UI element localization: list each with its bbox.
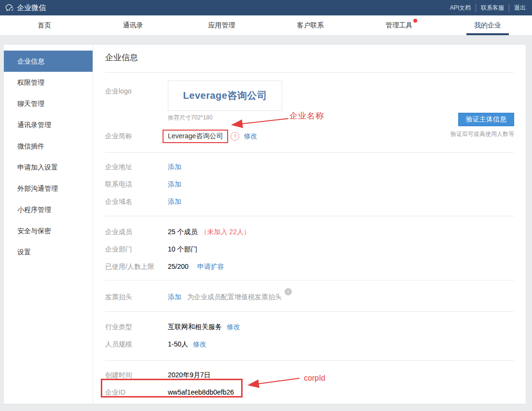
invoice-label: 发票抬头 (105, 288, 168, 305)
sidebar-item-contacts-management[interactable]: 通讯录管理 (4, 114, 93, 135)
departments-row: 企业部门 10 个部门 (105, 240, 514, 258)
created-value: 2020年9月7日 (168, 366, 211, 384)
sidebar-item-permissions[interactable]: 权限管理 (4, 72, 93, 93)
sidebar-item-miniprogram[interactable]: 小程序管理 (4, 199, 93, 220)
divider (105, 216, 514, 216)
request-expansion-link[interactable]: 申请扩容 (197, 258, 224, 275)
logo-size-hint: 推荐尺寸702*180 (168, 114, 282, 122)
sidebar: 企业信息 权限管理 聊天管理 通讯录管理 微信插件 申请加入设置 外部沟通管理 … (4, 45, 93, 404)
company-shortname-value: Leverage咨询公司 (163, 130, 228, 143)
company-domain-label: 企业域名 (105, 193, 168, 210)
content: 企业信息 权限管理 聊天管理 通讯录管理 微信插件 申请加入设置 外部沟通管理 … (4, 45, 526, 404)
departments-label: 企业部门 (105, 240, 168, 258)
tab-contacts[interactable]: 通讯录 (89, 15, 177, 35)
page-title: 企业信息 (105, 53, 514, 63)
company-logo[interactable]: Leverage咨询公司 (168, 80, 282, 111)
tab-customer-contact[interactable]: 客户联系 (266, 15, 355, 35)
scale-row: 人员规模 1-50人 修改 (105, 335, 514, 353)
company-logo-label: 企业logo (105, 80, 168, 96)
invoice-description: 为企业成员配置增值税发票抬头 (187, 288, 282, 305)
members-label: 企业成员 (105, 223, 168, 240)
topbar-link-api-docs[interactable]: API文档 (445, 4, 476, 12)
invoice-row: 发票抬头 添加 为企业成员配置增值税发票抬头 i (105, 288, 514, 305)
notification-dot (413, 19, 417, 23)
contact-phone-label: 联系电话 (105, 175, 168, 193)
edit-shortname-link[interactable]: 修改 (244, 132, 257, 141)
tab-my-company[interactable]: 我的企业 (443, 15, 532, 35)
topbar-links: API文档 联系客服 退出 (445, 4, 526, 12)
sidebar-item-company-info[interactable]: 企业信息 (4, 51, 93, 72)
members-row: 企业成员 25 个成员 （未加入 22人） (105, 223, 514, 240)
contact-phone-row: 联系电话 添加 (105, 175, 514, 193)
brand-name: 企业微信 (17, 3, 46, 13)
scale-value: 1-50人 (168, 335, 188, 353)
tab-app-management[interactable]: 应用管理 (177, 15, 266, 35)
info-icon[interactable]: i (285, 288, 292, 295)
departments-value: 10 个部门 (168, 240, 197, 258)
sidebar-item-chat-management[interactable]: 聊天管理 (4, 93, 93, 114)
edit-industry-link[interactable]: 修改 (227, 318, 240, 335)
usage-label: 已使用/人数上限 (105, 258, 168, 275)
topbar-link-contact-support[interactable]: 联系客服 (476, 4, 509, 12)
tab-management-tools[interactable]: 管理工具 (355, 15, 443, 35)
industry-label: 行业类型 (105, 318, 168, 335)
divider (105, 152, 514, 153)
main-nav: 首页 通讯录 应用管理 客户联系 管理工具 我的企业 (0, 15, 532, 36)
company-address-label: 企业地址 (105, 158, 168, 175)
company-logo-text: Leverage咨询公司 (183, 89, 267, 102)
topbar-link-logout[interactable]: 退出 (509, 4, 526, 12)
divider (105, 280, 514, 280)
divider (105, 72, 514, 73)
sidebar-item-security[interactable]: 安全与保密 (4, 220, 93, 241)
add-phone-link[interactable]: 添加 (168, 175, 181, 193)
company-logo-row: 企业logo Leverage咨询公司 推荐尺寸702*180 (105, 80, 514, 122)
brand: 企业微信 (5, 3, 46, 13)
company-shortname-label: 企业简称 (105, 132, 168, 141)
help-icon[interactable]: ? (231, 132, 239, 141)
add-address-link[interactable]: 添加 (168, 158, 181, 175)
main-panel: 企业信息 企业logo Leverage咨询公司 推荐尺寸702*180 企业简… (93, 45, 526, 404)
wechat-work-logo-icon (5, 3, 14, 13)
sidebar-item-settings[interactable]: 设置 (4, 241, 93, 263)
active-tab-underline (466, 33, 509, 35)
sidebar-item-external-communication[interactable]: 外部沟通管理 (4, 178, 93, 199)
scale-label: 人员规模 (105, 335, 168, 353)
created-row: 创建时间 2020年9月7日 (105, 366, 514, 384)
verify-subject-button[interactable]: 验证主体信息 (458, 113, 514, 126)
usage-row: 已使用/人数上限 25/200 申请扩容 (105, 258, 514, 275)
sidebar-item-join-settings[interactable]: 申请加入设置 (4, 157, 93, 178)
industry-value: 互联网和相关服务 (168, 318, 222, 335)
add-invoice-link[interactable]: 添加 (168, 288, 181, 305)
divider (105, 311, 514, 312)
members-value: 25 个成员 (168, 223, 197, 240)
company-domain-row: 企业域名 添加 (105, 193, 514, 210)
add-domain-link[interactable]: 添加 (168, 193, 181, 210)
tab-home[interactable]: 首页 (0, 15, 89, 35)
created-label: 创建时间 (105, 366, 168, 384)
divider (105, 360, 514, 361)
members-not-joined-note: （未加入 22人） (200, 223, 250, 240)
company-address-row: 企业地址 添加 (105, 158, 514, 175)
industry-row: 行业类型 互联网和相关服务 修改 (105, 318, 514, 335)
verify-note: 验证后可提高使用人数等 (450, 130, 514, 138)
edit-scale-link[interactable]: 修改 (193, 335, 206, 353)
sidebar-item-wechat-plugin[interactable]: 微信插件 (4, 135, 93, 157)
corpid-row: 企业ID ww5af1eeb8db0efb26 (105, 384, 514, 401)
usage-value: 25/200 (168, 258, 189, 275)
corpid-value: ww5af1eeb8db0efb26 (168, 384, 234, 401)
corpid-label: 企业ID (105, 384, 168, 401)
topbar: 企业微信 API文档 联系客服 退出 (0, 0, 532, 15)
